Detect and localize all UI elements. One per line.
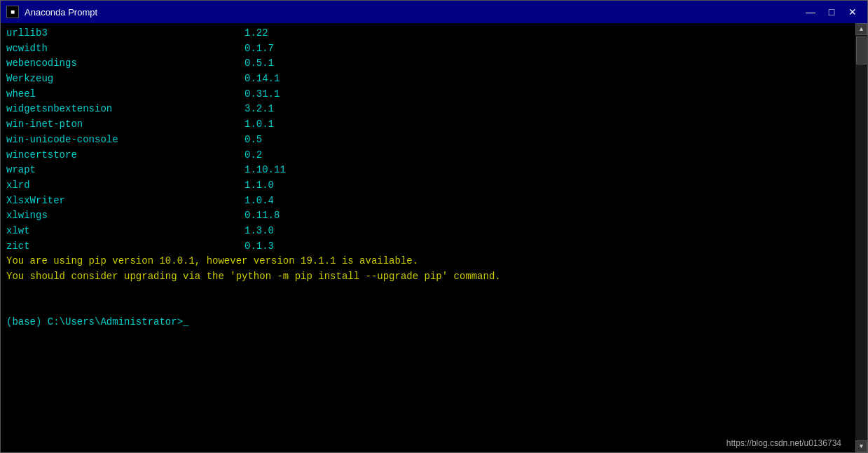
package-row: urllib31.22 [6,26,850,41]
minimize-button[interactable]: — [801,5,820,19]
package-row: widgetsnbextension3.2.1 [6,102,850,117]
package-row: wrapt1.10.11 [6,163,850,178]
close-button[interactable]: ✕ [843,5,862,19]
package-row: xlwings0.11.8 [6,208,850,224]
package-row: xlrd1.1.0 [6,178,850,194]
package-row: win-inet-pton1.0.1 [6,117,850,133]
package-row: wcwidth0.1.7 [6,41,850,57]
scrollbar-thumb[interactable] [856,36,867,65]
package-row: wincertstore0.2 [6,148,850,163]
anaconda-prompt-window: ■ Anaconda Prompt — □ ✕ urllib31.22wcwid… [0,0,868,453]
package-row: win-unicode-console0.5 [6,133,850,148]
terminal-prompt: (base) C:\Users\Administrator>_ [6,285,850,346]
title-bar-controls: — □ ✕ [801,5,862,19]
scroll-up-button[interactable]: ▲ [855,23,867,35]
scroll-down-button[interactable]: ▼ [855,440,867,452]
package-row: Werkzeug0.14.1 [6,72,850,87]
package-row: XlsxWriter1.0.4 [6,194,850,209]
package-row: xlwt1.3.0 [6,224,850,239]
package-row: webencodings0.5.1 [6,56,850,72]
scrollbar[interactable]: ▲ ▼ [855,23,867,452]
warning-block: You are using pip version 10.0.1, howeve… [6,254,850,284]
title-bar-left: ■ Anaconda Prompt [6,6,97,18]
warning-line: You are using pip version 10.0.1, howeve… [6,254,850,269]
package-row: zict0.1.3 [6,239,850,255]
package-list: urllib31.22wcwidth0.1.7webencodings0.5.1… [6,26,850,254]
warning-line: You should consider upgrading via the 'p… [6,269,850,285]
watermark: https://blog.csdn.net/u0136734 [726,438,841,448]
terminal-content[interactable]: urllib31.22wcwidth0.1.7webencodings0.5.1… [1,23,855,452]
terminal-body: urllib31.22wcwidth0.1.7webencodings0.5.1… [1,23,867,452]
window-title: Anaconda Prompt [25,7,97,18]
maximize-button[interactable]: □ [822,5,841,19]
title-bar: ■ Anaconda Prompt — □ ✕ [1,1,867,23]
package-row: wheel0.31.1 [6,87,850,102]
scrollbar-track[interactable] [855,35,867,440]
window-icon: ■ [6,6,19,18]
